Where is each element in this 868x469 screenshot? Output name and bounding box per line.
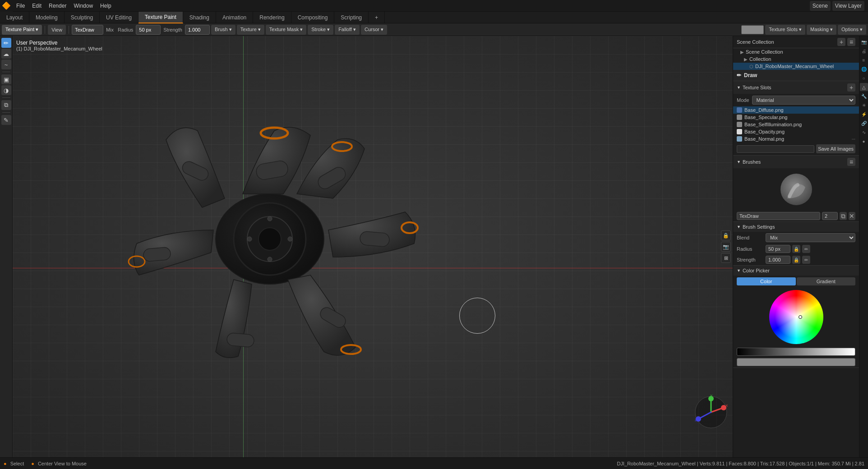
color-wheel[interactable] xyxy=(769,290,823,344)
strength-value-input[interactable] xyxy=(766,256,790,264)
brush-num-field[interactable] xyxy=(822,212,838,220)
radius-value-input[interactable] xyxy=(766,245,790,253)
falloff-dropdown[interactable]: Falloff ▾ xyxy=(335,25,360,35)
brush-settings-header[interactable]: ▼ Brush Settings xyxy=(733,222,859,232)
strength-lock-btn[interactable]: 🔒 xyxy=(792,256,800,264)
tab-shading[interactable]: Shading xyxy=(183,12,216,23)
viewport-lock-btn[interactable]: 🔒 xyxy=(721,230,731,240)
options-btn[interactable]: Options ▾ xyxy=(838,25,866,35)
scene-selector[interactable]: Scene xyxy=(810,1,831,11)
prop-constraints[interactable]: 🔗 xyxy=(860,119,868,127)
strength-input[interactable] xyxy=(185,25,210,35)
outliner-object-name: DJI_RoboMaster_Mecanum_Wheel xyxy=(755,64,834,69)
menu-help[interactable]: Help xyxy=(97,0,115,12)
prop-render[interactable]: 📷 xyxy=(860,38,868,46)
prop-particles[interactable]: ✳ xyxy=(860,101,868,109)
brush-dropdown[interactable]: Brush ▾ xyxy=(211,25,235,35)
view-layer-selector[interactable]: View Layer xyxy=(832,1,864,11)
tool-mask[interactable]: ◑ xyxy=(1,85,11,95)
brush-list-btn[interactable]: ≡ xyxy=(847,158,855,166)
masking-btn[interactable]: Masking ▾ xyxy=(807,25,836,35)
texture-slot-selfillum[interactable]: Base_SelfIllumination.png xyxy=(733,121,859,128)
color-wheel-container xyxy=(733,287,859,347)
brush-delete-btn[interactable]: ✕ xyxy=(849,212,856,220)
save-all-btn[interactable]: Save All Images xyxy=(816,144,855,153)
tab-scripting[interactable]: Scripting xyxy=(334,12,369,23)
outliner-collection[interactable]: ▶ Collection xyxy=(733,55,859,63)
specular-label: Base_Specular.png xyxy=(744,115,787,120)
viewport[interactable]: User Perspective (1) DJI_RoboMaster_Meca… xyxy=(13,36,733,457)
tab-uv-editing[interactable]: UV Editing xyxy=(100,12,139,23)
texture-mask-dropdown[interactable]: Texture Mask ▾ xyxy=(266,25,306,35)
mode-dropdown[interactable]: Material Single Image xyxy=(752,96,855,105)
tool-annotate[interactable]: ✎ xyxy=(1,115,11,125)
color-tab-gradient[interactable]: Gradient xyxy=(797,277,856,285)
menu-edit[interactable]: Edit xyxy=(28,0,45,12)
color-tab-color[interactable]: Color xyxy=(737,277,796,285)
blender-logo[interactable]: 🔶 xyxy=(0,0,13,12)
color-swatch[interactable] xyxy=(741,25,764,34)
tool-soften[interactable]: ~ xyxy=(1,60,11,69)
tool-clone[interactable]: ⧉ xyxy=(1,100,11,110)
tab-modeling[interactable]: Modeling xyxy=(29,12,65,23)
tab-animation[interactable]: Animation xyxy=(216,12,253,23)
tool-fill[interactable]: ▣ xyxy=(1,74,11,84)
color-preview-swatch[interactable] xyxy=(737,358,855,366)
svg-point-11 xyxy=(268,257,272,262)
radius-lock-btn[interactable]: 🔒 xyxy=(792,245,800,253)
brush-name-field[interactable] xyxy=(737,212,820,220)
brush-copy-btn[interactable]: ⧉ xyxy=(840,212,847,220)
texture-add-btn[interactable]: + xyxy=(847,83,855,92)
prop-world[interactable]: ○ xyxy=(860,74,868,82)
prop-modifiers[interactable]: 🔧 xyxy=(860,92,868,100)
radius-label: Radius xyxy=(118,27,133,32)
texture-slot-opacity[interactable]: Base_Opacity.png xyxy=(733,128,859,135)
prop-output[interactable]: 🖨 xyxy=(860,47,868,55)
texture-slots-btn[interactable]: Texture Slots ▾ xyxy=(765,25,805,35)
tool-draw[interactable]: ✏ xyxy=(1,38,11,48)
outliner-object[interactable]: ⬡ DJI_RoboMaster_Mecanum_Wheel xyxy=(733,63,859,70)
tab-add[interactable]: + xyxy=(369,12,385,23)
menu-file[interactable]: File xyxy=(13,0,28,12)
brushes-header[interactable]: ▼ Brushes ≡ xyxy=(733,156,859,168)
tab-rendering[interactable]: Rendering xyxy=(253,12,291,23)
prop-object[interactable]: △ xyxy=(860,83,868,91)
texture-slots-header[interactable]: ▼ Texture Slots + xyxy=(733,81,859,94)
color-value-bar[interactable] xyxy=(737,348,855,356)
blend-dropdown[interactable]: Mix Add Multiply xyxy=(766,233,855,242)
viewport-grid-btn[interactable]: ⊞ xyxy=(721,253,731,263)
view-btn[interactable]: View xyxy=(48,25,66,35)
cursor-dropdown[interactable]: Cursor ▾ xyxy=(361,25,387,35)
radius-input[interactable] xyxy=(136,25,161,35)
viewport-camera-btn[interactable]: 📷 xyxy=(721,242,731,252)
texture-dropdown[interactable]: Texture ▾ xyxy=(237,25,264,35)
menu-render[interactable]: Render xyxy=(45,0,70,12)
outliner-scene-collection[interactable]: ▶ Scene Collection xyxy=(733,48,859,55)
texture-slot-specular[interactable]: Base_Specular.png xyxy=(733,114,859,121)
texture-slot-normal[interactable]: Base_Normal.png ··· xyxy=(733,135,859,143)
gizmo[interactable]: X Y Z xyxy=(693,394,729,430)
strength-pen-btn[interactable]: ✏ xyxy=(802,256,810,264)
prop-material[interactable]: ● xyxy=(860,137,868,145)
texture-slot-diffuse[interactable]: Base_Diffuse.png xyxy=(733,106,859,114)
mode-selector[interactable]: Texture Paint ▾ xyxy=(2,25,42,35)
prop-physics[interactable]: ⚡ xyxy=(860,110,868,118)
brush-name-input[interactable] xyxy=(72,25,103,35)
stroke-dropdown[interactable]: Stroke ▾ xyxy=(308,25,333,35)
prop-data[interactable]: ∿ xyxy=(860,128,868,136)
tab-sculpting[interactable]: Sculpting xyxy=(65,12,100,23)
tab-layout[interactable]: Layout xyxy=(0,12,29,23)
tab-texture-paint[interactable]: Texture Paint xyxy=(139,12,183,23)
outliner-add-btn[interactable]: + xyxy=(837,38,845,46)
right-panel-property-tabs: 📷 🖨 ≡ 🌐 ○ △ 🔧 ✳ ⚡ 🔗 ∿ ● xyxy=(859,36,868,457)
prop-view-layer[interactable]: ≡ xyxy=(860,56,868,64)
menu-window[interactable]: Window xyxy=(70,0,97,12)
prop-scene[interactable]: 🌐 xyxy=(860,65,868,73)
tool-smear[interactable]: ☁ xyxy=(1,49,11,59)
save-path-input[interactable] xyxy=(737,145,814,153)
outliner-filter-btn[interactable]: ≡ xyxy=(847,38,855,46)
brushes-label: Brushes xyxy=(743,159,761,165)
color-picker-header[interactable]: ▼ Color Picker xyxy=(733,266,859,276)
tab-compositing[interactable]: Compositing xyxy=(291,12,335,23)
radius-pen-btn[interactable]: ✏ xyxy=(802,245,810,253)
